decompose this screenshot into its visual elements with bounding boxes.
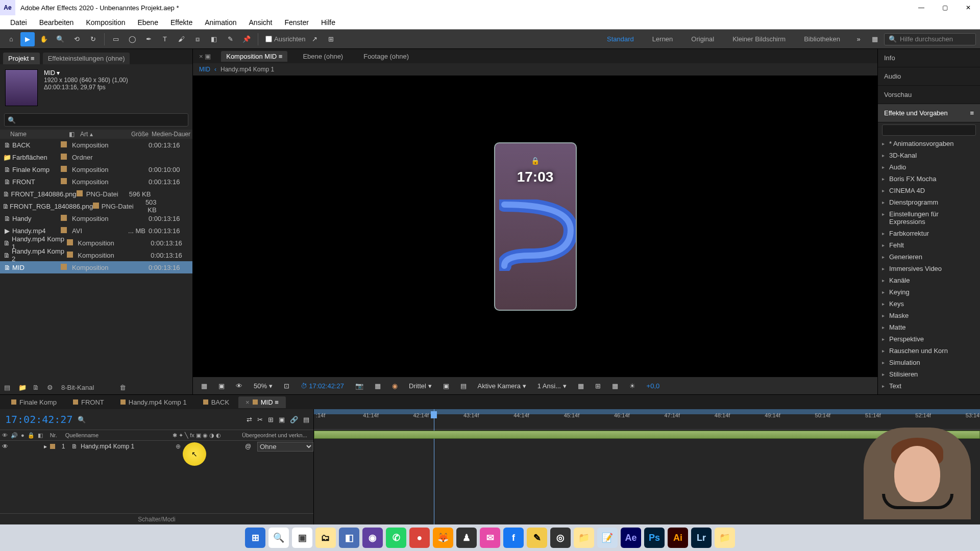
workspace-lernen[interactable]: Lernen <box>643 35 682 43</box>
effect-category[interactable]: Rauschen und Korn <box>878 345 980 357</box>
viewer-timecode[interactable]: ⏱ 17:02:42:27 <box>298 382 347 390</box>
label-swatch-icon[interactable] <box>67 239 73 245</box>
taskbar-folder-icon[interactable]: 📁 <box>574 528 594 548</box>
view-count-select[interactable]: 1 Ansi... ▾ <box>534 382 570 390</box>
taskbar-messenger-icon[interactable]: ✉ <box>480 528 500 548</box>
label-swatch-icon[interactable] <box>67 252 73 258</box>
view-option-icon-3[interactable]: ▦ <box>609 382 621 390</box>
col-duration[interactable]: Medien-Dauer <box>152 131 192 138</box>
timeline-tab[interactable]: Handy.mp4 Komp 1 <box>113 396 194 408</box>
taskbar-app4-icon[interactable]: ♟ <box>456 528 477 548</box>
delete-icon[interactable]: 🗑 <box>119 384 129 391</box>
label-swatch-icon[interactable] <box>61 264 67 270</box>
timeline-ruler[interactable]: :14f41:14f42:14f43:14f44:14f45:14f46:14f… <box>314 409 980 430</box>
taskbar-search-icon[interactable]: 🔍 <box>268 528 289 548</box>
effect-category[interactable]: Fehlt <box>878 239 980 251</box>
viewer-canvas[interactable]: 🔒 17:03 <box>377 132 694 321</box>
tl-tool-icon[interactable]: ▣ <box>279 416 285 423</box>
eraser-tool-icon[interactable]: ◧ <box>207 32 221 46</box>
layer-visibility-icon[interactable]: 👁 <box>2 443 9 450</box>
tab-effect-controls[interactable]: Effekteinstellungen (ohne) <box>43 53 130 64</box>
camera-select[interactable]: Aktive Kamera ▾ <box>475 382 529 390</box>
timeline-tab[interactable]: Finale Komp <box>4 396 64 408</box>
close-icon[interactable]: × <box>246 398 250 406</box>
effect-category[interactable]: Perspektive <box>878 333 980 345</box>
taskbar-firefox-icon[interactable]: 🦊 <box>433 528 453 548</box>
hand-tool-icon[interactable]: ✋ <box>37 32 51 46</box>
channel-icon[interactable]: ▦ <box>372 382 384 390</box>
tl-tool-icon[interactable]: ✂ <box>257 416 263 423</box>
timeline-search-icon[interactable]: 🔍 <box>78 416 86 423</box>
timeline-tab[interactable]: FRONT <box>66 396 111 408</box>
col-name[interactable]: Name <box>10 131 69 138</box>
playhead[interactable] <box>434 409 434 524</box>
taskbar-more-icon[interactable]: 📁 <box>715 528 735 548</box>
project-item[interactable]: 🗎Handy.mp4 Komp 2Komposition0:00:13:16 <box>0 249 192 261</box>
tab-composition[interactable]: Komposition MID ≡ <box>221 51 287 62</box>
effect-category[interactable]: Matte <box>878 321 980 333</box>
menu-bearbeiten[interactable]: Bearbeiten <box>33 18 80 27</box>
menu-ansicht[interactable]: Ansicht <box>243 18 279 27</box>
viewer-lock-icon[interactable]: × ▣ <box>199 53 211 60</box>
snap-toggle[interactable]: Ausrichten <box>265 35 305 43</box>
lock-col-icon[interactable]: 🔒 <box>28 432 35 439</box>
taskbar-obs-icon[interactable]: ◎ <box>550 528 571 548</box>
label-swatch-icon[interactable] <box>61 154 67 160</box>
project-item[interactable]: 📁FarbflächenOrdner <box>0 151 192 163</box>
solo-col-icon[interactable]: ● <box>21 432 24 438</box>
menu-fenster[interactable]: Fenster <box>278 18 314 27</box>
workspace-bibliotheken[interactable]: Bibliotheken <box>795 35 849 43</box>
label-col-icon[interactable]: ◧ <box>38 432 47 439</box>
col-art[interactable]: Art ▴ <box>80 131 121 138</box>
puppet-tool-icon[interactable]: 📌 <box>239 32 254 46</box>
menu-animation[interactable]: Animation <box>199 18 242 27</box>
tab-layer[interactable]: Ebene (ohne) <box>298 51 348 62</box>
exposure-value[interactable]: +0,0 <box>644 382 663 390</box>
effect-category[interactable]: Text <box>878 380 980 392</box>
brush-tool-icon[interactable]: 🖌 <box>174 32 188 46</box>
close-button[interactable]: ✕ <box>957 0 980 15</box>
effect-category[interactable]: CINEMA 4D <box>878 185 980 196</box>
timeline-switches-toggle[interactable]: Schalter/Modi <box>0 513 313 524</box>
fast-preview-icon[interactable]: ▣ <box>440 382 452 390</box>
workspace-standard[interactable]: Standard <box>598 35 643 43</box>
taskbar-ai-icon[interactable]: Ai <box>668 528 688 548</box>
effect-category[interactable]: Simulation <box>878 357 980 368</box>
roi-icon[interactable]: ⊡ <box>281 382 292 390</box>
roto-tool-icon[interactable]: ✎ <box>223 32 237 46</box>
timeline-timecode[interactable]: 17:02:42:27 <box>5 413 72 425</box>
tl-tool-icon[interactable]: ⊞ <box>268 416 274 423</box>
resolution-select[interactable]: Drittel ▾ <box>406 382 435 390</box>
timeline-tab[interactable]: × MID ≡ <box>238 396 286 408</box>
effect-category[interactable]: Keying <box>878 286 980 298</box>
effect-category[interactable]: Maske <box>878 310 980 321</box>
zoom-tool-icon[interactable]: 🔍 <box>53 32 67 46</box>
taskbar-lr-icon[interactable]: Lr <box>691 528 712 548</box>
tl-tool-icon[interactable]: 🔗 <box>290 416 298 423</box>
taskbar-facebook-icon[interactable]: f <box>503 528 524 548</box>
new-folder-icon[interactable]: 📁 <box>18 384 28 391</box>
panel-preview[interactable]: Vorschau <box>878 86 980 104</box>
menu-ebene[interactable]: Ebene <box>131 18 164 27</box>
new-comp-icon[interactable]: 🗎 <box>33 384 42 391</box>
effect-category[interactable]: Audio <box>878 161 980 173</box>
snap-checkbox[interactable] <box>265 36 272 42</box>
effect-category[interactable]: Dienstprogramm <box>878 196 980 208</box>
view-mask-icon[interactable]: 👁 <box>233 382 246 390</box>
taskbar-whatsapp-icon[interactable]: ✆ <box>386 528 406 548</box>
panel-menu-icon[interactable]: ≡ <box>970 109 974 117</box>
rotate-tool-icon[interactable]: ↻ <box>86 32 100 46</box>
view-option-icon-2[interactable]: ⊞ <box>592 382 604 390</box>
tl-tool-icon[interactable]: ▤ <box>303 416 309 423</box>
project-item[interactable]: 🗎BACKKomposition0:00:13:16 <box>0 139 192 151</box>
help-search-input[interactable]: 🔍 Hilfe durchsuchen <box>884 33 976 45</box>
exposure-reset-icon[interactable]: ☀ <box>626 382 639 390</box>
eye-col-icon[interactable]: 👁 <box>2 432 8 438</box>
snap-grid-icon[interactable]: ⊞ <box>324 32 338 46</box>
project-search-input[interactable]: 🔍 <box>4 113 188 127</box>
taskbar-notes-icon[interactable]: ✎ <box>527 528 547 548</box>
view-option-icon[interactable]: ▦ <box>575 382 587 390</box>
col-label-icon[interactable]: ◧ <box>69 131 80 138</box>
parent-select[interactable]: Ohne <box>257 442 313 452</box>
twirl-icon[interactable]: ▸ <box>44 443 47 450</box>
